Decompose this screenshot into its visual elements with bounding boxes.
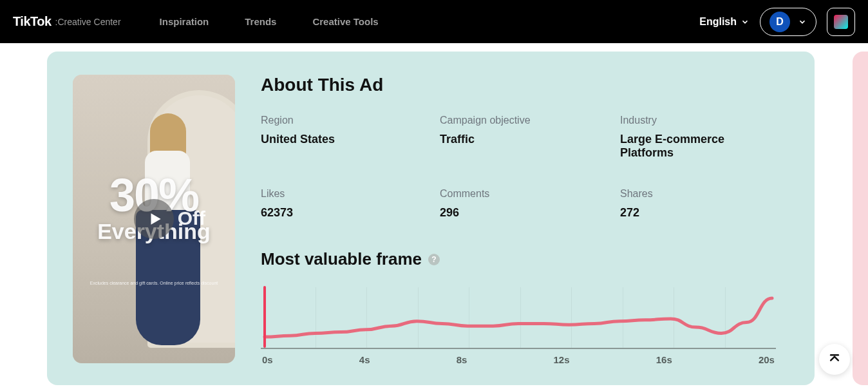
nav-inspiration[interactable]: Inspiration (160, 16, 209, 27)
x-tick: 20s (759, 354, 775, 365)
field-label: Industry (620, 115, 789, 126)
language-label: English (699, 16, 737, 28)
field-comments: Comments 296 (440, 188, 620, 220)
logo[interactable]: TikTok :Creative Center (13, 14, 121, 29)
field-objective: Campaign objective Traffic (440, 115, 620, 160)
section-title: About This Ad (261, 75, 789, 95)
x-tick: 16s (656, 354, 672, 365)
x-tick: 12s (554, 354, 570, 365)
mvf-header: Most valuable frame ? (261, 249, 789, 269)
logo-sub: :Creative Center (55, 17, 121, 27)
info-icon[interactable]: ? (428, 254, 440, 265)
field-likes: Likes 62373 (261, 188, 440, 220)
app-header: TikTok :Creative Center Inspiration Tren… (0, 0, 868, 43)
x-tick: 0s (262, 354, 273, 365)
main-nav: Inspiration Trends Creative Tools (160, 16, 379, 27)
apps-icon[interactable] (827, 8, 855, 36)
promo-off-text: Off (178, 207, 205, 229)
nav-creative-tools[interactable]: Creative Tools (312, 16, 378, 27)
chevron-down-icon (741, 17, 750, 26)
x-tick: 8s (457, 354, 467, 365)
scroll-to-top-button[interactable] (819, 344, 850, 375)
chart-line (261, 285, 776, 349)
field-value: 62373 (261, 206, 402, 220)
chart-cursor[interactable] (263, 286, 266, 348)
header-right: English D (699, 8, 855, 36)
account-menu[interactable]: D (760, 8, 816, 36)
avatar: D (769, 12, 790, 32)
ad-detail-card: 30% Everything Off Excludes clearance an… (47, 52, 815, 385)
x-tick: 4s (359, 354, 370, 365)
play-icon (147, 211, 164, 227)
field-label: Comments (440, 188, 620, 200)
nav-trends[interactable]: Trends (245, 16, 276, 27)
field-label: Likes (261, 188, 440, 200)
ad-details: About This Ad Region United States Campa… (261, 75, 789, 385)
arrow-up-icon (828, 353, 841, 366)
chart-plot-area[interactable] (261, 285, 776, 349)
language-selector[interactable]: English (699, 16, 750, 28)
chevron-down-icon (798, 17, 807, 26)
field-label: Region (261, 115, 440, 126)
ad-video-thumb[interactable]: 30% Everything Off Excludes clearance an… (73, 75, 235, 363)
svg-marker-0 (151, 213, 161, 224)
promo-fineprint: Excludes clearance and gift cards. Onlin… (73, 281, 235, 285)
field-industry: Industry Large E-commerce Platforms (620, 115, 789, 160)
chart-x-axis: 0s 4s 8s 12s 16s 20s (261, 354, 776, 365)
field-value: Traffic (440, 133, 581, 146)
field-value: 296 (440, 206, 581, 220)
logo-main: TikTok (13, 14, 52, 29)
tiktok-icon (834, 15, 848, 29)
mvf-chart[interactable]: 0s 4s 8s 12s 16s 20s (261, 285, 776, 365)
play-button[interactable] (134, 199, 174, 239)
next-card-peek[interactable] (853, 52, 868, 385)
field-value: 272 (620, 206, 762, 220)
mvf-title: Most valuable frame (261, 249, 422, 269)
field-shares: Shares 272 (620, 188, 789, 220)
ad-fields-grid: Region United States Campaign objective … (261, 115, 789, 220)
field-value: United States (261, 133, 402, 146)
field-label: Campaign objective (440, 115, 620, 126)
field-region: Region United States (261, 115, 440, 160)
field-label: Shares (620, 188, 789, 200)
field-value: Large E-commerce Platforms (620, 133, 762, 160)
